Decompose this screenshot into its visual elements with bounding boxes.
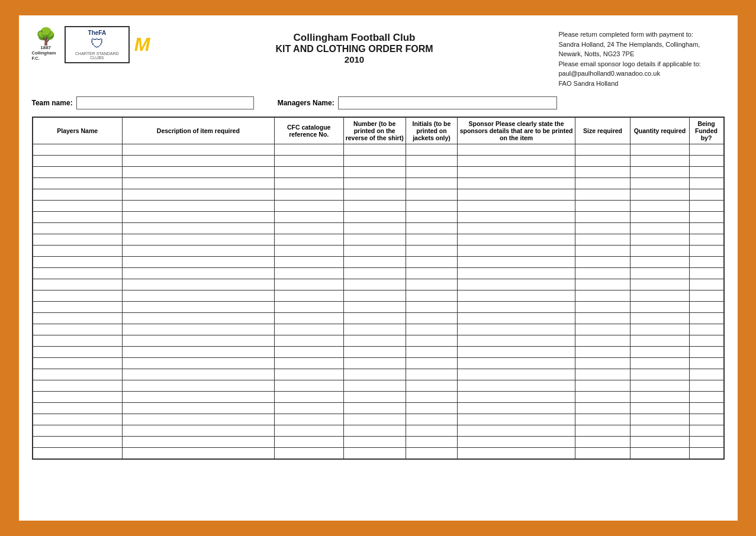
table-cell[interactable] xyxy=(689,290,723,302)
table-cell[interactable] xyxy=(343,324,406,335)
table-cell[interactable] xyxy=(122,313,274,324)
table-cell[interactable] xyxy=(122,234,274,246)
table-cell[interactable] xyxy=(122,448,274,459)
table-cell[interactable] xyxy=(122,335,274,347)
table-cell[interactable] xyxy=(343,246,406,257)
table-row[interactable] xyxy=(33,425,724,437)
table-cell[interactable] xyxy=(406,335,458,347)
table-cell[interactable] xyxy=(406,358,458,369)
table-cell[interactable] xyxy=(575,403,630,414)
table-row[interactable] xyxy=(33,302,724,313)
table-row[interactable] xyxy=(33,403,724,414)
table-row[interactable] xyxy=(33,234,724,246)
table-cell[interactable] xyxy=(575,246,630,257)
table-cell[interactable] xyxy=(689,246,723,257)
table-cell[interactable] xyxy=(274,392,343,403)
table-cell[interactable] xyxy=(575,437,630,448)
table-cell[interactable] xyxy=(458,414,575,425)
table-cell[interactable] xyxy=(458,156,575,167)
table-cell[interactable] xyxy=(575,392,630,403)
table-cell[interactable] xyxy=(33,437,123,448)
table-cell[interactable] xyxy=(689,234,723,246)
table-row[interactable] xyxy=(33,246,724,257)
table-cell[interactable] xyxy=(689,178,723,189)
table-cell[interactable] xyxy=(33,212,123,223)
table-cell[interactable] xyxy=(689,201,723,212)
table-cell[interactable] xyxy=(406,279,458,290)
table-cell[interactable] xyxy=(630,144,689,156)
table-cell[interactable] xyxy=(33,380,123,392)
table-row[interactable] xyxy=(33,223,724,234)
table-cell[interactable] xyxy=(274,178,343,189)
table-row[interactable] xyxy=(33,201,724,212)
table-cell[interactable] xyxy=(343,167,406,178)
table-cell[interactable] xyxy=(458,358,575,369)
table-cell[interactable] xyxy=(33,257,123,268)
table-cell[interactable] xyxy=(343,369,406,380)
table-cell[interactable] xyxy=(458,201,575,212)
table-cell[interactable] xyxy=(689,212,723,223)
table-row[interactable] xyxy=(33,358,724,369)
table-cell[interactable] xyxy=(274,246,343,257)
table-cell[interactable] xyxy=(33,178,123,189)
table-cell[interactable] xyxy=(630,313,689,324)
table-cell[interactable] xyxy=(689,369,723,380)
table-cell[interactable] xyxy=(575,257,630,268)
table-cell[interactable] xyxy=(343,234,406,246)
table-cell[interactable] xyxy=(406,223,458,234)
table-cell[interactable] xyxy=(343,178,406,189)
table-cell[interactable] xyxy=(274,156,343,167)
table-cell[interactable] xyxy=(122,257,274,268)
table-cell[interactable] xyxy=(630,369,689,380)
table-cell[interactable] xyxy=(575,268,630,279)
table-cell[interactable] xyxy=(630,302,689,313)
table-cell[interactable] xyxy=(343,414,406,425)
table-cell[interactable] xyxy=(575,335,630,347)
table-cell[interactable] xyxy=(689,156,723,167)
table-cell[interactable] xyxy=(689,358,723,369)
table-cell[interactable] xyxy=(630,392,689,403)
table-cell[interactable] xyxy=(274,212,343,223)
table-cell[interactable] xyxy=(274,448,343,459)
table-cell[interactable] xyxy=(274,347,343,358)
table-cell[interactable] xyxy=(689,425,723,437)
table-cell[interactable] xyxy=(458,392,575,403)
table-cell[interactable] xyxy=(575,223,630,234)
table-cell[interactable] xyxy=(122,358,274,369)
table-cell[interactable] xyxy=(406,302,458,313)
table-cell[interactable] xyxy=(458,290,575,302)
table-row[interactable] xyxy=(33,212,724,223)
table-cell[interactable] xyxy=(575,178,630,189)
table-cell[interactable] xyxy=(630,257,689,268)
table-row[interactable] xyxy=(33,437,724,448)
table-cell[interactable] xyxy=(458,268,575,279)
table-cell[interactable] xyxy=(630,335,689,347)
table-cell[interactable] xyxy=(630,414,689,425)
managers-name-input[interactable] xyxy=(338,96,557,109)
table-cell[interactable] xyxy=(630,403,689,414)
table-cell[interactable] xyxy=(689,167,723,178)
table-cell[interactable] xyxy=(122,437,274,448)
table-cell[interactable] xyxy=(274,369,343,380)
table-cell[interactable] xyxy=(458,335,575,347)
table-cell[interactable] xyxy=(122,403,274,414)
table-cell[interactable] xyxy=(406,347,458,358)
table-cell[interactable] xyxy=(630,178,689,189)
table-cell[interactable] xyxy=(575,369,630,380)
table-cell[interactable] xyxy=(343,223,406,234)
table-cell[interactable] xyxy=(33,324,123,335)
table-cell[interactable] xyxy=(630,246,689,257)
table-cell[interactable] xyxy=(33,201,123,212)
table-cell[interactable] xyxy=(575,144,630,156)
table-cell[interactable] xyxy=(406,257,458,268)
table-cell[interactable] xyxy=(343,403,406,414)
table-cell[interactable] xyxy=(630,223,689,234)
table-cell[interactable] xyxy=(122,246,274,257)
table-cell[interactable] xyxy=(343,425,406,437)
table-cell[interactable] xyxy=(122,201,274,212)
table-cell[interactable] xyxy=(630,358,689,369)
table-cell[interactable] xyxy=(33,414,123,425)
table-cell[interactable] xyxy=(458,144,575,156)
table-cell[interactable] xyxy=(343,156,406,167)
table-cell[interactable] xyxy=(406,212,458,223)
